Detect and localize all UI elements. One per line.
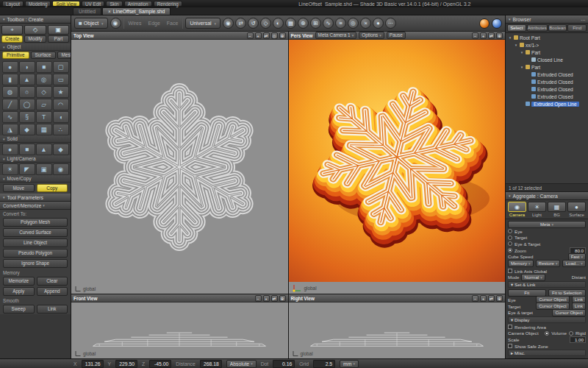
pause-button[interactable]: Pause xyxy=(387,32,406,39)
set-link-section[interactable]: ▾ Set & Link xyxy=(508,281,586,288)
radio-row-eye[interactable]: Eye xyxy=(508,228,586,235)
convert-option-pseudo-polygon[interactable]: Pseudo Polygon xyxy=(3,249,68,258)
menu-tab-layout[interactable]: Layout xyxy=(2,1,24,7)
menu-tab-animation[interactable]: Animation xyxy=(124,1,152,7)
sphere-icon[interactable]: ● xyxy=(2,61,18,73)
collapse-icon[interactable]: ▾ xyxy=(509,194,511,198)
disclosure-triangle-icon[interactable]: ▾ xyxy=(511,317,513,322)
disclosure-triangle-icon[interactable]: ▾ xyxy=(3,177,5,181)
volume-radio[interactable] xyxy=(545,331,549,336)
mode-dropdown[interactable]: Normal xyxy=(521,274,545,281)
camera-view-icon[interactable]: ◉ xyxy=(110,18,121,29)
disclosure-triangle-icon[interactable]: ▾ xyxy=(514,43,518,47)
top-view-canvas[interactable]: global xyxy=(71,40,288,294)
zoom-out-icon[interactable]: − xyxy=(472,295,478,302)
tree-row[interactable]: ▾Part xyxy=(506,63,588,71)
fit-view-icon[interactable]: ⊕ xyxy=(279,295,286,302)
menu-tab-skin[interactable]: Skin xyxy=(106,1,122,7)
rounded-cube-icon[interactable]: ▢ xyxy=(53,61,69,73)
fit-view-icon[interactable]: ⊕ xyxy=(496,295,503,302)
convert-option-curved-surface[interactable]: Curved Surface xyxy=(3,228,68,237)
convert-memorize-section[interactable]: Convert/Memorize xyxy=(0,202,71,210)
camera-object-icon[interactable]: ◉ xyxy=(53,163,69,175)
disclosure-triangle-icon[interactable]: ▾ xyxy=(520,50,524,54)
zoom-out-icon[interactable]: − xyxy=(255,295,262,302)
smooth-link-button[interactable]: Link xyxy=(37,305,68,314)
fit-view-icon[interactable]: ⊕ xyxy=(279,32,286,39)
restore-button[interactable]: Restore xyxy=(536,260,561,267)
disclosure-triangle-icon[interactable]: ▾ xyxy=(508,35,512,40)
browser-tab-attributes[interactable]: Attributes xyxy=(527,24,548,32)
move-button[interactable]: Move xyxy=(3,184,35,192)
memorize-button[interactable]: Memorize xyxy=(3,277,35,286)
more-tools-icon[interactable]: ⋯ xyxy=(385,18,396,29)
convert-option-ignore-shape[interactable]: Ignore Shape xyxy=(3,259,68,268)
prism-icon[interactable]: ◆ xyxy=(19,124,35,135)
cylinder-icon[interactable]: ▮ xyxy=(2,74,18,85)
sweep-button[interactable]: Sweep xyxy=(3,305,35,314)
tree-row[interactable]: Extruded Closed xyxy=(506,85,588,93)
browser-menu-icon[interactable]: ⋯ xyxy=(581,17,585,22)
rigid-radio[interactable] xyxy=(569,331,573,336)
collapse-icon[interactable]: ▾ xyxy=(3,195,5,199)
tree-row[interactable]: Extruded Closed xyxy=(506,78,588,85)
zoom-in-icon[interactable]: + xyxy=(480,295,487,302)
z-coordinate-field[interactable]: -45.00 xyxy=(149,360,171,368)
tool-parameters-header[interactable]: ▾ Tool Parameters xyxy=(0,194,71,202)
aggregate-header[interactable]: ▾ Aggregate : Camera xyxy=(506,192,588,200)
clear-button[interactable]: Clear xyxy=(37,277,68,286)
zoom-in-icon[interactable]: + xyxy=(480,32,487,39)
collapse-icon[interactable]: ▾ xyxy=(509,17,511,21)
pers-viewport[interactable]: Pers View Meta Camera 1 Options Pause − … xyxy=(289,32,506,294)
rendering-area-checkbox[interactable] xyxy=(508,325,512,329)
star-icon[interactable]: ★ xyxy=(53,86,69,98)
disclosure-triangle-icon[interactable]: ▸ xyxy=(511,350,513,355)
grid-snap-icon[interactable]: ▦ xyxy=(285,18,296,29)
radio-icon[interactable] xyxy=(508,248,512,252)
display-mode-face[interactable]: Face xyxy=(165,21,181,26)
magnify-icon[interactable]: ◎ xyxy=(271,32,278,39)
point-cloud-icon[interactable]: ∴ xyxy=(53,124,69,135)
menu-tab-uv-edit[interactable]: UV Edit xyxy=(82,1,104,7)
scale-tool-icon[interactable]: ◇ xyxy=(260,18,271,29)
radio-icon[interactable] xyxy=(508,229,512,233)
scale-value-field[interactable]: 1.00 xyxy=(570,336,586,343)
distance-field[interactable]: 268.18 xyxy=(200,360,222,368)
toolbox-tab-modify[interactable]: ◇Modify xyxy=(24,25,46,43)
shading-sphere-icon[interactable] xyxy=(492,18,502,29)
aggregate-tab-surface[interactable]: ●Surface xyxy=(567,202,586,217)
top-viewport[interactable]: Top View − + ⇄ ◎ ⊕ xyxy=(71,32,288,294)
point-light-icon[interactable]: ☀ xyxy=(2,163,18,175)
object-mode-button[interactable]: ■ Object xyxy=(74,18,108,29)
move-copy-section-header[interactable]: ▾ Move/Copy xyxy=(0,175,71,183)
eye-target-cursor-object-button[interactable]: Cursor Object xyxy=(552,309,586,316)
radio-row-eye-target[interactable]: Eye & Target xyxy=(508,241,586,247)
front-viewport[interactable]: Front View − + ⇄ ⊕ xyxy=(71,294,288,358)
zoom-out-icon[interactable]: − xyxy=(247,32,254,39)
x-coordinate-field[interactable]: 131.26 xyxy=(82,360,104,368)
browser-tab-boolean[interactable]: Boolean xyxy=(548,24,567,32)
grid-plane-icon[interactable]: ▦ xyxy=(36,124,52,135)
fit-to-selection-button[interactable]: Fit to Selection xyxy=(548,289,587,297)
ring-icon[interactable]: ○ xyxy=(19,86,35,98)
aggregate-tab-camera[interactable]: ◉Camera xyxy=(508,202,526,217)
object-section-header[interactable]: ▾ Object xyxy=(0,43,71,51)
area-light-icon[interactable]: ▣ xyxy=(36,163,52,175)
display-mode-wires[interactable]: Wires xyxy=(126,21,144,26)
display-section[interactable]: ▾ Display xyxy=(508,316,586,323)
line-icon[interactable]: ╱ xyxy=(2,99,18,110)
meta-dropdown[interactable]: Meta xyxy=(508,221,586,228)
radio-icon[interactable] xyxy=(508,241,512,246)
tree-row[interactable]: Extruded Closed xyxy=(506,93,588,100)
solid-cube-icon[interactable]: ■ xyxy=(19,144,35,155)
polygon-icon[interactable]: ◇ xyxy=(36,86,52,98)
browser-tab-find[interactable]: Find xyxy=(567,24,587,32)
browser-tab-select[interactable]: Select xyxy=(507,24,526,32)
front-view-canvas[interactable]: global xyxy=(71,302,288,358)
disclosure-triangle-icon[interactable]: ▾ xyxy=(511,282,513,287)
display-mode-edge[interactable]: Edge xyxy=(146,21,162,26)
pan-icon[interactable]: ⇄ xyxy=(488,295,495,302)
hemisphere-icon[interactable]: ◗ xyxy=(19,61,35,73)
menu-tab-rendering[interactable]: Rendering xyxy=(154,1,182,7)
radio-icon[interactable] xyxy=(508,236,512,240)
